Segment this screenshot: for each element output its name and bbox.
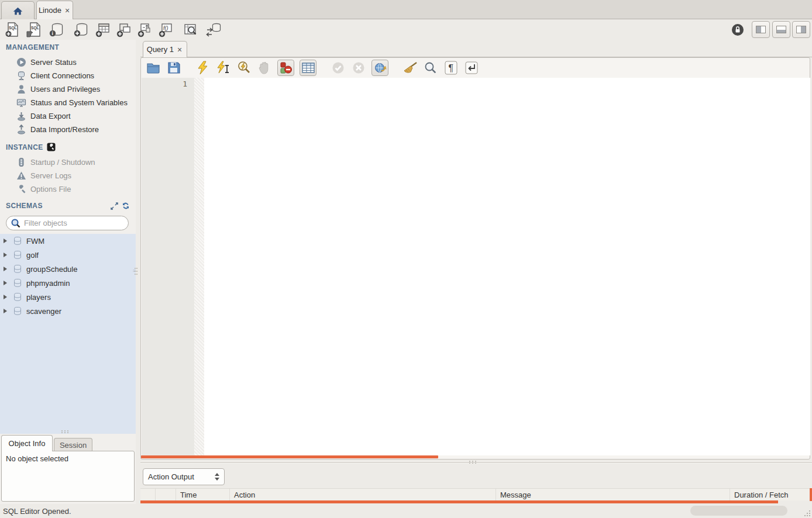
sidebar-item-server-status[interactable]: Server Status	[0, 56, 136, 69]
filter-objects-input[interactable]	[24, 219, 127, 227]
editor-horizontal-scrollbar[interactable]	[141, 455, 438, 458]
query-tabbar: Query 1 ×	[140, 40, 812, 57]
close-icon[interactable]: ×	[176, 46, 183, 54]
toggle-right-sidebar-button[interactable]	[792, 21, 810, 38]
window-resize-grip[interactable]	[803, 509, 810, 516]
lock-icon	[731, 23, 745, 37]
create-schema-button[interactable]	[73, 21, 90, 39]
sql-editor[interactable]: 1	[142, 78, 810, 455]
pilcrow-icon: ¶	[445, 61, 457, 75]
search-table-data-button[interactable]	[181, 21, 199, 39]
sidebar-item-server-logs[interactable]: Server Logs	[0, 169, 136, 182]
create-view-button[interactable]	[115, 21, 133, 39]
close-icon[interactable]: ×	[64, 6, 71, 15]
wrap-text-button[interactable]	[464, 60, 479, 75]
toggle-left-sidebar-button[interactable]	[752, 21, 770, 38]
lock-status-button[interactable]	[729, 21, 746, 39]
schema-row-fwm[interactable]: FWM	[0, 234, 136, 248]
connection-tab-label: Linode	[39, 6, 61, 15]
stop-on-error-icon	[280, 61, 293, 74]
expander-icon[interactable]	[4, 239, 7, 243]
line-number: 1	[183, 80, 187, 88]
autocommit-icon	[374, 61, 387, 74]
output-col-time[interactable]: Time	[176, 489, 230, 500]
tab-object-info[interactable]: Object Info	[1, 435, 53, 451]
schema-row-phpmyadmin[interactable]: phpmyadmin	[0, 276, 136, 290]
create-procedure-button[interactable]	[136, 21, 154, 39]
sidebar-item-status-system-variables[interactable]: Status and System Variables	[0, 96, 136, 109]
query-tab[interactable]: Query 1 ×	[143, 41, 187, 57]
reconnect-dbms-button[interactable]	[205, 21, 222, 39]
svg-text:¶: ¶	[449, 63, 454, 73]
sidebar: MANAGEMENT Server Status Client Connecti…	[0, 40, 136, 504]
schema-tree: FWM golf groupSchedule phpmyadmin player…	[0, 234, 136, 434]
expander-icon[interactable]	[4, 253, 7, 257]
expander-icon[interactable]	[4, 267, 7, 271]
sidebar-item-client-connections[interactable]: Client Connections	[0, 69, 136, 82]
schema-row-groupschedule[interactable]: groupSchedule	[0, 262, 136, 276]
spinner-arrows-icon[interactable]	[215, 473, 219, 481]
limit-rows-button[interactable]	[300, 60, 316, 76]
expander-icon[interactable]	[4, 309, 7, 313]
output-horizontal-scrollbar[interactable]	[140, 500, 778, 503]
home-tab[interactable]	[1, 1, 35, 19]
stop-button[interactable]	[257, 60, 272, 75]
output-col-duration[interactable]: Duration / Fetch	[730, 489, 812, 500]
new-sql-tab-button[interactable]: SQL	[4, 21, 21, 39]
export-icon	[16, 111, 26, 121]
toggle-stop-on-error-button[interactable]	[277, 60, 294, 76]
output-col-action[interactable]: Action	[230, 489, 496, 500]
execute-bolt-icon	[197, 61, 209, 75]
expand-schemas-icon[interactable]	[111, 202, 118, 210]
commit-button[interactable]	[331, 60, 346, 75]
connection-tab[interactable]: Linode ×	[36, 1, 73, 19]
explain-button[interactable]	[236, 60, 252, 75]
save-script-button[interactable]	[166, 60, 181, 75]
tree-scrollbar-hint[interactable]: ≡	[133, 268, 135, 274]
sidebar-splitter[interactable]	[136, 40, 140, 504]
svg-text:SQL: SQL	[31, 26, 39, 30]
output-panel: Action Output Time Action Message Durati…	[140, 467, 812, 504]
toggle-autocommit-button[interactable]	[371, 60, 388, 76]
scrollbar-thumb[interactable]	[690, 506, 787, 516]
sidebar-item-options-file[interactable]: Options File	[0, 182, 136, 196]
execute-button[interactable]	[195, 60, 211, 75]
show-invisibles-button[interactable]: ¶	[443, 60, 459, 75]
expander-icon[interactable]	[4, 295, 7, 299]
sidebar-item-label: Server Logs	[30, 171, 71, 180]
query-tab-label: Query 1	[147, 45, 174, 54]
schema-row-scavenger[interactable]: scavenger	[0, 304, 136, 318]
sidebar-item-startup-shutdown[interactable]: Startup / Shutdown	[0, 156, 136, 169]
output-splitter[interactable]	[140, 460, 812, 467]
output-vertical-scrollbar[interactable]	[810, 488, 812, 501]
output-col-message[interactable]: Message	[496, 489, 730, 500]
refresh-schemas-icon[interactable]	[122, 202, 130, 210]
create-function-button[interactable]: f()	[157, 21, 175, 39]
reconnect-dbms-icon	[205, 22, 222, 38]
output-table-header: Time Action Message Duration / Fetch	[140, 488, 812, 500]
create-table-button[interactable]	[94, 21, 112, 39]
open-script-button[interactable]	[146, 60, 161, 75]
execute-current-button[interactable]	[216, 60, 231, 75]
beautify-button[interactable]	[402, 60, 418, 75]
toggle-bottom-panel-button[interactable]	[772, 21, 790, 38]
schema-inspector-button[interactable]: i	[48, 21, 66, 39]
open-sql-script-button[interactable]: SQL	[25, 21, 43, 39]
rollback-button[interactable]	[351, 60, 366, 75]
sidebar-item-label: Server Status	[30, 58, 77, 67]
broom-icon	[402, 61, 418, 74]
tab-session[interactable]: Session	[54, 438, 92, 451]
expander-icon[interactable]	[4, 281, 7, 285]
sidebar-item-data-export[interactable]: Data Export	[0, 109, 136, 123]
find-button[interactable]	[423, 60, 438, 75]
object-info-text: No object selected	[6, 454, 68, 463]
sidebar-item-data-import[interactable]: Data Import/Restore	[0, 123, 136, 136]
sql-text-area[interactable]	[204, 78, 810, 455]
schema-row-players[interactable]: players	[0, 290, 136, 304]
sidebar-item-users-privileges[interactable]: Users and Privileges	[0, 82, 136, 96]
explain-icon	[237, 61, 251, 75]
output-view-select[interactable]: Action Output	[143, 468, 225, 485]
schema-row-golf[interactable]: golf	[0, 248, 136, 262]
sidebar-pane-splitter[interactable]	[61, 430, 74, 433]
schema-inspector-icon: i	[49, 22, 65, 38]
